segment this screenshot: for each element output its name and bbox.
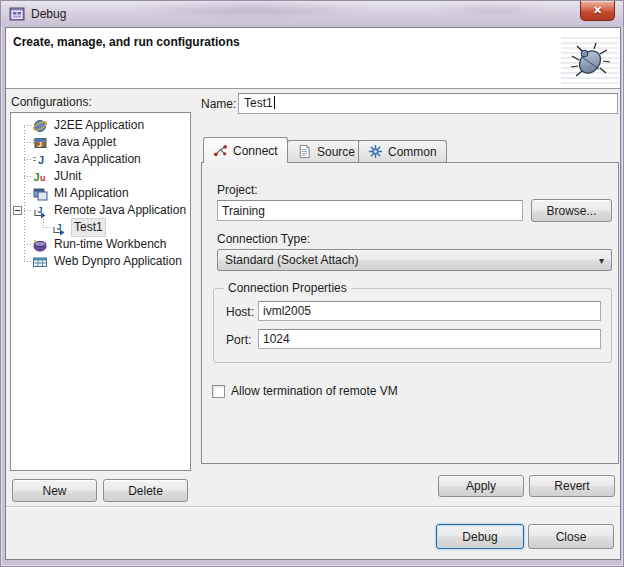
name-value: Test1 [244,96,273,110]
aero-glass-highlight [431,3,551,17]
connection-type-label: Connection Type: [217,232,310,246]
connection-properties-group: Connection Properties Host: Port: [213,288,612,363]
remote-java-application-icon: J [32,203,48,219]
allow-termination-label[interactable]: Allow termination of remote VM [231,384,398,398]
debug-button[interactable]: Debug [436,524,524,549]
tree-item-java-application[interactable]: J Java Application [11,151,190,168]
svg-text:J: J [57,221,62,231]
remote-java-application-icon: J [51,220,67,236]
connection-type-value: Standard (Socket Attach) [225,253,358,267]
delete-button[interactable]: Delete [103,479,188,502]
tab-connect[interactable]: Connect [203,137,288,163]
tree-item-test1[interactable]: J Test1 [11,219,190,236]
common-icon [368,144,383,159]
tree-item-label: MI Application [52,185,131,202]
svg-text:J: J [34,171,40,183]
port-input[interactable] [258,329,601,349]
dialog-body: Create, manage, and run configurations [5,27,621,560]
host-label: Host: [226,305,254,319]
tree-item-mi-application[interactable]: MI Application [11,185,190,202]
mi-application-icon [32,186,48,202]
configurations-tree: J2EE Application J Java Applet J Java Ap… [10,112,191,471]
tree-item-remote-java-application[interactable]: J Remote Java Application [11,202,190,219]
revert-button[interactable]: Revert [529,475,615,497]
browse-button[interactable]: Browse... [531,199,612,222]
tree-item-label: J2EE Application [52,117,146,134]
junit-icon: J u [32,169,48,185]
java-application-icon: J [32,152,48,168]
project-label: Project: [217,183,258,197]
text-caret [274,96,275,109]
tab-common[interactable]: Common [358,140,447,162]
svg-text:J: J [38,204,43,214]
tree-item-label: Java Applet [52,134,118,151]
configurations-label: Configurations: [11,95,92,109]
tree-item-label: Run-time Workbench [52,236,169,253]
debug-bug-icon [569,40,611,82]
chevron-down-icon: ▾ [599,255,604,266]
close-window-button[interactable]: ✕ [580,1,615,21]
tab-label: Common [388,145,437,159]
title-bar: Debug ✕ [1,1,623,27]
tree-item-runtime-workbench[interactable]: Run-time Workbench [11,236,190,253]
host-input[interactable] [258,301,601,321]
window-icon [9,6,25,22]
window-title: Debug [31,1,66,27]
new-button[interactable]: New [12,479,97,502]
debug-dialog-window: Debug ✕ Create, manage, and run configur… [0,0,624,567]
footer-separator [6,506,620,508]
apply-button[interactable]: Apply [438,475,524,497]
banner-title: Create, manage, and run configurations [13,35,240,49]
j2ee-application-icon [32,118,48,134]
port-label: Port: [226,333,251,347]
svg-text:J: J [38,140,42,147]
tree-item-java-applet[interactable]: J Java Applet [11,134,190,151]
name-input[interactable]: Test1 [238,93,618,114]
aero-glass-highlight [121,1,381,19]
runtime-workbench-icon [32,237,48,253]
source-icon [297,144,312,159]
close-button[interactable]: Close [528,524,614,549]
banner-art [561,37,619,85]
allow-termination-checkbox[interactable] [212,385,225,398]
tree-expander-minus[interactable] [13,206,22,215]
svg-text:J: J [38,154,44,166]
tab-label: Source [317,145,355,159]
tree-item-label: Test1 [71,218,106,237]
tree-item-label: JUnit [52,168,83,185]
tree-item-web-dynpro-application[interactable]: Web Dynpro Application [11,253,190,270]
tree-item-label: Web Dynpro Application [52,253,184,270]
tree-item-label: Remote Java Application [52,202,188,219]
java-applet-icon: J [32,135,48,151]
svg-text:u: u [40,173,46,183]
project-input[interactable] [217,200,523,221]
name-label: Name: [201,97,236,111]
connection-type-dropdown[interactable]: Standard (Socket Attach) ▾ [217,249,612,271]
dialog-banner: Create, manage, and run configurations [6,28,620,89]
connect-tab-panel: Project: Browse... Connection Type: Stan… [201,162,619,464]
tab-label: Connect [233,144,278,158]
web-dynpro-icon [32,254,48,270]
connect-icon [213,143,228,158]
tree-item-label: Java Application [52,151,143,168]
tree-item-junit[interactable]: J u JUnit [11,168,190,185]
connection-properties-title: Connection Properties [224,281,351,295]
tab-source[interactable]: Source [287,140,365,162]
tree-item-j2ee-application[interactable]: J2EE Application [11,117,190,134]
